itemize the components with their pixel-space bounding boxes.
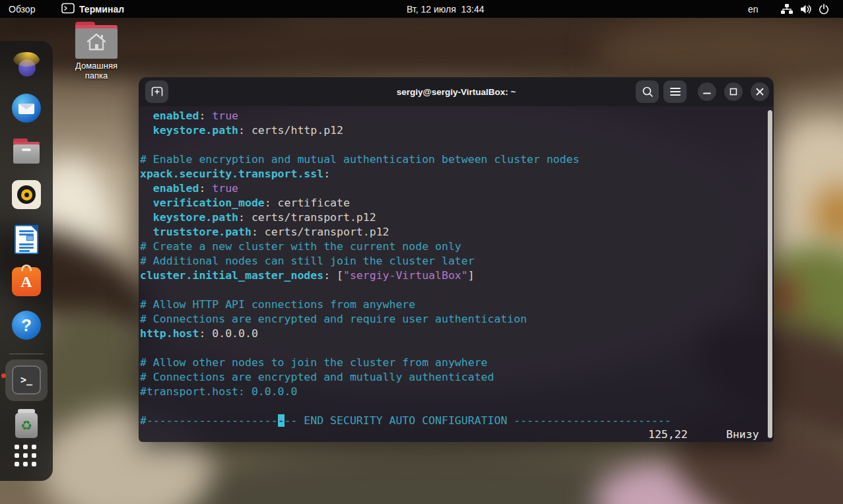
terminal-line: http.host: 0.0.0.0 [140,327,764,341]
minimize-icon [703,88,711,96]
vim-ruler: 125,22 [648,427,688,442]
thunderbird-icon [12,94,41,123]
maximize-button[interactable] [724,82,743,101]
dock-item-firefox[interactable] [12,51,41,80]
terminal-line [140,138,764,152]
dock-item-files[interactable] [12,137,41,166]
terminal-scrollbar[interactable] [768,110,772,438]
dock: A ? >_ ♻ [0,41,53,481]
minimize-button[interactable] [698,82,716,101]
vim-status-line: 125,22 Внизу [139,427,774,442]
search-button[interactable] [636,80,659,103]
new-tab-icon [151,86,163,97]
top-bar: Обзор Терминал Вт, 12 июля 13:44 en [0,0,843,18]
house-icon [85,32,108,55]
terminal-content[interactable]: enabled: true keystore.path: certs/http.… [139,106,774,442]
clock-label: Вт, 12 июля 13:44 [407,4,485,15]
volume-icon[interactable] [799,0,813,18]
files-icon [12,139,41,165]
dock-item-thunderbird[interactable] [12,94,41,123]
terminal-line: # Additional nodes can still join the cl… [140,254,764,268]
terminal-line: # Enable encryption and mutual authentic… [140,152,764,167]
running-indicator-dot [1,373,6,378]
dock-item-trash[interactable]: ♻ [13,409,40,439]
dock-item-libreoffice-writer[interactable] [12,225,41,254]
terminal-line: enabled: true [140,181,764,196]
app-grid-icon[interactable] [15,445,38,468]
terminal-mini-icon [61,3,75,16]
ubuntu-software-icon: A [12,267,41,296]
activities-label: Обзор [9,4,35,15]
maximize-icon [729,88,737,96]
keyboard-layout-indicator[interactable]: en [748,0,759,18]
hamburger-icon [670,87,681,96]
menu-button[interactable] [663,80,687,103]
terminal-line: truststore.path: certs/transport.p12 [140,225,764,239]
search-icon [642,86,654,98]
power-icon[interactable] [818,0,830,18]
new-tab-button[interactable] [145,80,168,103]
clock-button[interactable]: Вт, 12 июля 13:44 [407,0,485,18]
home-folder-icon [75,22,118,59]
terminal-line [140,399,764,414]
terminal-line: cluster.initial_master_nodes: ["sergiy-V… [140,268,764,283]
vim-position-indicator: Внизу [726,427,759,442]
terminal-buffer: enabled: true keystore.path: certs/http.… [140,109,764,428]
terminal-window: sergiy@sergiy-VirtualBox: ~ enabled: tru… [139,77,774,442]
home-folder-label: Домашняя папка [63,61,129,80]
network-icon[interactable] [781,0,793,18]
terminal-line: verification_mode: certificate [140,196,764,210]
terminal-line: #transport.host: 0.0.0.0 [140,385,764,399]
terminal-line: # Connections are encrypted and mutually… [140,370,764,385]
dock-item-terminal[interactable]: >_ [5,360,48,401]
close-icon [756,88,764,96]
home-folder-shortcut[interactable]: Домашняя папка [63,22,129,80]
terminal-line: #----------------------- END SECURITY AU… [140,414,764,428]
terminal-line: # Connections are encrypted and require … [140,312,764,327]
terminal-line: xpack.security.transport.ssl: [140,167,764,181]
firefox-icon [12,51,41,80]
focused-app-menu[interactable] [61,0,75,18]
terminal-line: keystore.path: certs/http.p12 [140,123,764,138]
terminal-line: # Allow other nodes to join the cluster … [140,356,764,370]
close-button[interactable] [751,82,769,101]
terminal-icon: >_ [12,365,41,394]
terminal-line [140,283,764,298]
terminal-titlebar[interactable]: sergiy@sergiy-VirtualBox: ~ [139,77,774,106]
terminal-line: keystore.path: certs/transport.p12 [140,210,764,225]
terminal-line: # Allow HTTP API connections from anywhe… [140,298,764,312]
activities-button[interactable]: Обзор [9,0,35,18]
dock-separator [9,354,44,354]
terminal-line: # Create a new cluster with the current … [140,239,764,254]
libreoffice-writer-icon [15,225,38,254]
rhythmbox-icon [12,180,41,209]
terminal-line: enabled: true [140,109,764,123]
dock-item-help[interactable]: ? [12,311,41,340]
dock-item-rhythmbox[interactable] [12,180,41,209]
focused-app-name[interactable]: Терминал [79,0,124,18]
dock-item-ubuntu-software[interactable]: A [12,267,41,296]
terminal-line [140,341,764,356]
help-icon: ? [12,311,41,340]
